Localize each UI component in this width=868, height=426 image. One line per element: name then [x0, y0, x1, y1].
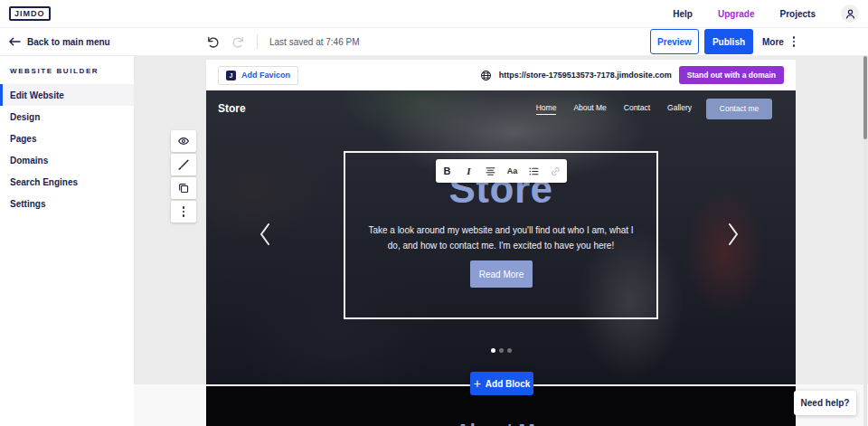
add-favicon-label: Add Favicon	[241, 71, 290, 80]
add-favicon-button[interactable]: J Add Favicon	[218, 66, 298, 85]
jimdo-logo[interactable]: JIMDO	[9, 6, 51, 21]
sidebar-item-label: Edit Website	[10, 90, 64, 100]
hero-body-text[interactable]: Take a look around my website and you'll…	[365, 222, 637, 253]
carousel-next-button[interactable]	[725, 221, 741, 248]
sidebar-item-label: Search Engines	[10, 177, 78, 187]
block-options-button[interactable]	[171, 201, 196, 222]
sidebar-item-label: Domains	[10, 156, 48, 166]
chevron-left-icon	[259, 222, 271, 246]
divider	[257, 34, 258, 49]
site-brand[interactable]: Store	[218, 102, 246, 115]
sidebar-item-label: Design	[10, 112, 40, 122]
italic-button[interactable]: I	[458, 159, 480, 183]
back-to-main-menu[interactable]: Back to main menu	[9, 28, 110, 55]
back-arrow-icon	[9, 37, 21, 46]
list-icon	[528, 166, 540, 177]
sidebar-item-label: Settings	[10, 199, 45, 209]
nav-link-gallery[interactable]: Gallery	[667, 103, 692, 114]
scrollbar-thumb[interactable]	[863, 56, 867, 139]
last-saved-status: Last saved at 7:46 PM	[269, 37, 360, 47]
need-help-button[interactable]: Need help?	[794, 391, 856, 415]
sidebar-item-domains[interactable]: Domains	[0, 149, 134, 171]
carousel-dots	[206, 348, 796, 353]
projects-link[interactable]: Projects	[780, 9, 816, 19]
add-block-label: Add Block	[486, 379, 530, 389]
contact-me-button[interactable]: Contact me	[706, 99, 772, 119]
sidebar-item-settings[interactable]: Settings	[0, 193, 134, 214]
redo-icon	[231, 35, 245, 49]
editor-actions: Preview Publish More	[650, 28, 797, 55]
preview-button[interactable]: Preview	[650, 29, 699, 54]
editor-toolbar: Back to main menu Last saved at 7:46 PM	[0, 28, 868, 56]
sidebar-item-pages[interactable]: Pages	[0, 128, 134, 149]
sidebar-item-design[interactable]: Design	[0, 106, 134, 128]
text-format-toolbar: B I Aa	[436, 159, 567, 183]
style-block-button[interactable]	[171, 154, 196, 175]
duplicate-block-button[interactable]	[171, 177, 196, 199]
sidebar-item-edit-website[interactable]: Edit Website	[0, 84, 134, 106]
bold-icon: B	[444, 166, 451, 176]
builder-sidebar: WEBSITE BUILDER Edit Website Design Page…	[0, 56, 134, 426]
publish-button[interactable]: Publish	[704, 29, 753, 54]
back-label: Back to main menu	[27, 37, 110, 47]
globe-icon	[480, 70, 492, 81]
link-icon	[550, 166, 561, 177]
link-button[interactable]	[545, 159, 567, 183]
stand-out-domain-button[interactable]: Stand out with a domain	[679, 66, 784, 84]
site-nav: Home About Me Contact Gallery	[536, 103, 692, 115]
add-block-button[interactable]: + Add Block	[470, 372, 533, 395]
carousel-dot-2[interactable]	[499, 348, 504, 353]
align-center-icon	[485, 166, 496, 177]
topbar-links: Help Upgrade Projects	[673, 5, 859, 23]
carousel-prev-button[interactable]	[257, 221, 273, 248]
help-link[interactable]: Help	[673, 9, 693, 19]
hide-block-button[interactable]	[171, 130, 196, 152]
sidebar-item-label: Pages	[10, 134, 36, 144]
favicon-preview-icon: J	[226, 71, 236, 80]
duplicate-icon	[177, 182, 190, 194]
align-center-button[interactable]	[480, 159, 502, 183]
style-brush-icon	[177, 158, 190, 171]
sidebar-item-search-engines[interactable]: Search Engines	[0, 171, 134, 193]
more-label: More	[762, 37, 784, 47]
person-icon	[844, 8, 856, 20]
history-controls: Last saved at 7:46 PM	[206, 28, 360, 55]
read-more-button[interactable]: Read More	[470, 260, 533, 288]
font-style-button[interactable]: Aa	[502, 159, 524, 183]
app-topbar: JIMDO Help Upgrade Projects	[0, 0, 868, 28]
jimdo-website-builder: JIMDO Help Upgrade Projects Back to main	[0, 0, 868, 426]
nav-link-contact[interactable]: Contact	[624, 103, 650, 114]
eye-icon	[177, 135, 190, 147]
font-icon: Aa	[507, 166, 518, 175]
nav-link-about-me[interactable]: About Me	[573, 103, 606, 114]
block-toolbox	[171, 130, 196, 222]
italic-icon: I	[467, 166, 470, 176]
site-header: Store Home About Me Contact Gallery Cont…	[206, 90, 796, 127]
nav-link-home[interactable]: Home	[536, 103, 557, 115]
website-preview: Store Home About Me Contact Gallery Cont…	[206, 90, 796, 384]
carousel-dot-3[interactable]	[507, 348, 512, 353]
url-group: https://store-1759513573-7178.jimdosite.…	[480, 66, 784, 84]
list-button[interactable]	[524, 159, 545, 183]
sidebar-section-title: WEBSITE BUILDER	[10, 67, 134, 75]
next-section-heading-clipped: About Me	[206, 421, 796, 426]
undo-button[interactable]	[206, 35, 220, 49]
account-avatar[interactable]	[841, 5, 859, 23]
plus-icon: +	[474, 377, 481, 390]
carousel-dot-1[interactable]	[491, 348, 495, 353]
more-menu-button[interactable]: More	[762, 34, 797, 49]
kebab-menu-icon	[791, 34, 797, 49]
redo-button[interactable]	[231, 35, 245, 49]
bold-button[interactable]: B	[437, 159, 458, 183]
site-url[interactable]: https://store-1759513573-7178.jimdosite.…	[499, 71, 672, 80]
site-url-bar: J Add Favicon https://store-1759513573-7…	[206, 60, 796, 90]
kebab-menu-icon	[183, 206, 185, 217]
upgrade-link[interactable]: Upgrade	[718, 9, 755, 19]
undo-icon	[206, 35, 220, 49]
chevron-right-icon	[727, 222, 740, 246]
